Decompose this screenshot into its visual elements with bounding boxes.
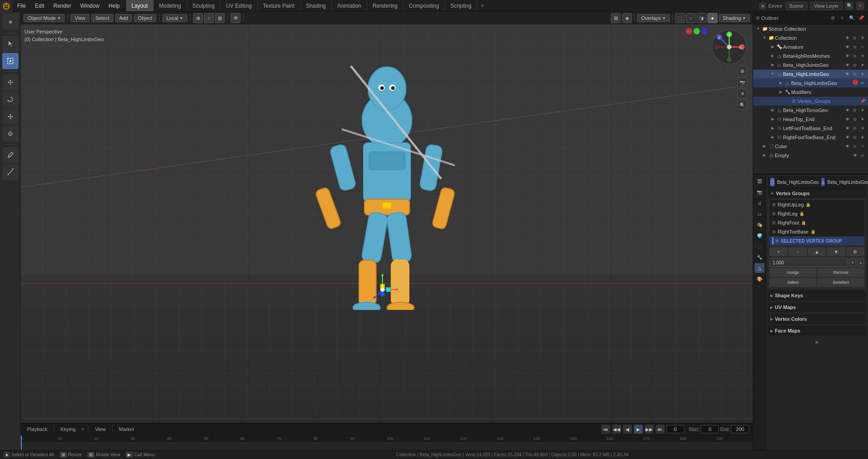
- measure-tool[interactable]: [2, 164, 19, 180]
- search-viewport-button[interactable]: 🔍: [737, 100, 747, 110]
- add-workspace-button[interactable]: +: [477, 3, 488, 9]
- tab-scripting[interactable]: Scripting: [445, 0, 477, 11]
- vg-item-rightleg[interactable]: ⊞ RightLeg 🔒: [769, 209, 864, 218]
- step-back-button[interactable]: ◀◀: [612, 425, 621, 434]
- view-menu-button[interactable]: View: [71, 14, 90, 22]
- viewport-icon-rf[interactable]: ⊙: [851, 134, 859, 141]
- menu-file[interactable]: File: [13, 0, 30, 11]
- viewport-icon-ht[interactable]: ⊙: [851, 116, 859, 123]
- shape-keys-header[interactable]: ▶ Shape Keys: [768, 290, 866, 300]
- viewport-icon-lf[interactable]: ⊙: [851, 125, 859, 132]
- lookdev-mode-button[interactable]: ◑: [697, 13, 707, 23]
- select-verts-button[interactable]: Select: [769, 278, 816, 287]
- world-props-tab[interactable]: 🌍: [755, 230, 764, 240]
- tab-shading[interactable]: Shading: [301, 0, 332, 11]
- deselect-verts-button[interactable]: Deselect: [817, 278, 864, 287]
- snap-magnet-button[interactable]: ⊕: [193, 13, 203, 23]
- eye-icon-cube[interactable]: 👁: [844, 143, 851, 150]
- vg-item-rightfoot[interactable]: ⊞ RightFoot 🔒: [769, 218, 864, 227]
- end-frame-input[interactable]: 200: [731, 425, 749, 433]
- expand-all-button[interactable]: ▶: [768, 337, 866, 347]
- viewport-display-button[interactable]: ◈: [622, 13, 632, 23]
- eye-icon-htg[interactable]: 👁: [844, 107, 851, 114]
- vg-item-rightupleg[interactable]: ⊞ RightUpLeg 🔒: [769, 200, 864, 209]
- leftfoot-item[interactable]: ▶ ⊙ LeftFootToeBase_End 👁 ⊙ ☀: [753, 124, 868, 133]
- menu-render[interactable]: Render: [49, 0, 75, 11]
- vertex-groups-item[interactable]: ⊞ Vertex_Groups 📌: [753, 97, 868, 106]
- rotate-key[interactable]: ⊞: [87, 452, 94, 458]
- render-icon-bhr[interactable]: ☀: [859, 52, 866, 60]
- tab-modeling[interactable]: Modeling: [154, 0, 187, 11]
- hightorsogeo-item[interactable]: ▶ △ Beta_HighTorsoGeo 👁 ⊙ ☀: [753, 106, 868, 115]
- viewport-icon-htg[interactable]: ⊙: [851, 107, 859, 114]
- menu-window[interactable]: Window: [75, 0, 104, 11]
- eye-icon-bhr[interactable]: 👁: [844, 52, 851, 60]
- highlimbsgeo-mesh-item[interactable]: ▶ △ Beta_HighLimbsGeo ✏: [753, 79, 868, 88]
- view-layer-selector[interactable]: View Layer: [810, 2, 843, 10]
- viewport-icon-bhr[interactable]: ⊙: [851, 52, 859, 60]
- transform-tool[interactable]: [2, 126, 19, 142]
- outliner-view-options[interactable]: ⊞: [829, 14, 837, 22]
- toggle-grid-button[interactable]: ⊞: [737, 66, 747, 76]
- vg-down-button[interactable]: ▼: [827, 247, 845, 256]
- edit-icon-mesh[interactable]: ✏: [859, 80, 866, 87]
- object-mode-button[interactable]: Object Mode ▼: [24, 14, 65, 22]
- menu-edit[interactable]: Edit: [30, 0, 49, 11]
- mode-selector-button[interactable]: ⊕: [2, 14, 19, 30]
- material-props-tab[interactable]: 🎨: [755, 274, 764, 284]
- resize-key[interactable]: ⊞: [60, 452, 67, 458]
- render-icon-hjg[interactable]: ☀: [859, 61, 866, 69]
- eye-icon-collection[interactable]: 👁: [844, 34, 851, 42]
- rightfoot-item[interactable]: ▶ ⊙ RightFootToeBase_End 👁 ⊙ ☀: [753, 133, 868, 142]
- vg-remove-button[interactable]: −: [788, 247, 807, 256]
- face-maps-header[interactable]: ▶ Face Maps: [768, 326, 866, 336]
- assign-button[interactable]: Assign: [769, 268, 816, 277]
- armature-item[interactable]: ▶ 🦴 Armature 👁 ⊙ ☀: [753, 42, 868, 52]
- add-menu-button[interactable]: Add: [115, 14, 132, 22]
- tab-texture-paint[interactable]: Texture Paint: [258, 0, 301, 11]
- outliner-search-button[interactable]: 🔍: [848, 14, 856, 22]
- proportional-edit-button[interactable]: ○: [204, 13, 214, 23]
- marker-tab[interactable]: Marker: [116, 426, 137, 433]
- highlimbsgeo-item[interactable]: ▼ △ Beta_HighLimbsGeo 👁 ⊙ ☀: [753, 70, 868, 79]
- viewport-icon-hlg[interactable]: ⊙: [851, 70, 859, 78]
- mesh-data-tab[interactable]: △: [755, 263, 764, 273]
- vertex-groups-header[interactable]: ▼ Vertex Groups: [768, 188, 866, 198]
- tab-uv-editing[interactable]: UV Editing: [221, 0, 258, 11]
- solid-mode-button[interactable]: ○: [686, 13, 696, 23]
- pin-icon-vg[interactable]: 📌: [859, 98, 866, 105]
- scene-settings-tab[interactable]: 🎭: [755, 220, 764, 230]
- cube-item[interactable]: ▶ ⬚ Cube 👁 ⊙ ☀: [753, 142, 868, 151]
- modifier-props-tab[interactable]: 🔧: [755, 252, 764, 262]
- shading-button[interactable]: Shading ▼: [719, 14, 750, 22]
- render-icon-ht[interactable]: ☀: [859, 116, 866, 123]
- frame-start-button[interactable]: ⏮: [601, 425, 610, 434]
- viewport-icon-collection[interactable]: ⊙: [851, 34, 859, 42]
- rotate-tool[interactable]: [2, 91, 19, 108]
- weight-up[interactable]: ▲: [857, 258, 864, 267]
- play-reverse-button[interactable]: ◀: [623, 425, 632, 434]
- cursor-tool[interactable]: [2, 36, 19, 52]
- filter-button[interactable]: ≡: [856, 2, 864, 10]
- move-tool[interactable]: [2, 74, 19, 90]
- render-props-tab[interactable]: 📷: [755, 187, 764, 197]
- viewport-gizmo[interactable]: X Y Z: [711, 29, 747, 65]
- modifiers-item[interactable]: ▶ 🔧 Modifiers: [753, 88, 868, 97]
- scene-selector[interactable]: Scene: [785, 2, 807, 10]
- output-props-tab[interactable]: 🖨: [755, 198, 764, 208]
- show-hide-button[interactable]: 👁: [231, 13, 241, 23]
- render-icon-lf[interactable]: ☀: [859, 125, 866, 132]
- empty-item[interactable]: ▶ ◎ Empty 👁 ⊙: [753, 151, 868, 160]
- play-button[interactable]: ▶: [634, 425, 643, 434]
- tab-rendering[interactable]: Rendering: [367, 0, 403, 11]
- tab-sculpting[interactable]: Sculpting: [187, 0, 221, 11]
- render-icon-cube[interactable]: ☀: [859, 143, 866, 150]
- view-layer-props-tab[interactable]: 🗂: [755, 209, 764, 219]
- remove-verts-button[interactable]: Remove: [817, 268, 864, 277]
- render-icon-hlg[interactable]: ☀: [859, 70, 866, 78]
- eye-icon-empty[interactable]: 👁: [851, 152, 859, 159]
- current-frame-display[interactable]: 0: [666, 425, 684, 433]
- tab-animation[interactable]: Animation: [332, 0, 367, 11]
- start-frame-input[interactable]: 0: [701, 425, 719, 433]
- timeline-ruler[interactable]: 0102030405060708090100110120130140150160…: [21, 435, 753, 450]
